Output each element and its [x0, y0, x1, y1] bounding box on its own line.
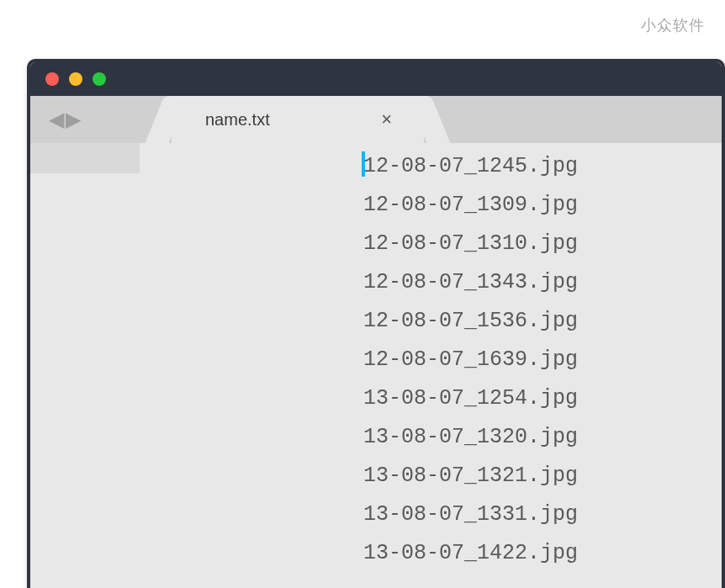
line-text: 12-08-07_1639.jpg: [363, 347, 578, 372]
text-line[interactable]: 12-08-07_1343.jpg: [140, 262, 722, 301]
text-line[interactable]: 12-08-07_1245.jpg: [140, 146, 722, 185]
line-text: 13-08-07_1320.jpg: [363, 425, 578, 449]
text-line[interactable]: 13-08-07_1320.jpg: [140, 417, 722, 456]
window-titlebar: [30, 62, 722, 96]
text-line[interactable]: 13-08-07_1331.jpg: [140, 495, 722, 533]
text-line[interactable]: 12-08-07_1309.jpg: [140, 185, 722, 224]
editor-content[interactable]: 12-08-07_1245.jpg 12-08-07_1309.jpg 12-0…: [140, 143, 722, 588]
line-text: 13-08-07_1422.jpg: [363, 541, 578, 565]
gutter-column: [30, 143, 140, 588]
watermark-text: 小众软件: [641, 15, 705, 35]
line-text: 13-08-07_1331.jpg: [363, 502, 578, 527]
window-minimize-button[interactable]: [69, 72, 82, 86]
editor-area[interactable]: 12-08-07_1245.jpg 12-08-07_1309.jpg 12-0…: [30, 143, 722, 588]
line-text: 13-08-07_1254.jpg: [363, 386, 578, 411]
tab-strip: ◀ ▶ name.txt ×: [30, 96, 722, 143]
text-line[interactable]: 13-08-07_1321.jpg: [140, 456, 722, 495]
close-icon[interactable]: ×: [374, 105, 399, 134]
tab-nav-arrows: ◀ ▶: [30, 96, 96, 143]
line-text: 12-08-07_1309.jpg: [363, 193, 578, 217]
line-text: 12-08-07_1245.jpg: [363, 154, 578, 178]
nav-back-icon[interactable]: ◀: [49, 109, 64, 130]
text-line[interactable]: 12-08-07_1639.jpg: [140, 340, 722, 379]
line-text: 13-08-07_1321.jpg: [363, 464, 578, 488]
nav-forward-icon[interactable]: ▶: [66, 109, 81, 130]
window-zoom-button[interactable]: [93, 72, 106, 86]
editor-window: ◀ ▶ name.txt × 12-08-07_1245.jpg 12-08-0…: [27, 59, 725, 588]
text-line[interactable]: 12-08-07_1536.jpg: [140, 301, 722, 340]
file-tab[interactable]: name.txt ×: [172, 96, 424, 143]
line-text: 12-08-07_1536.jpg: [363, 309, 578, 333]
text-line[interactable]: 13-08-07_1422.jpg: [140, 533, 722, 572]
text-cursor: [362, 151, 365, 177]
window-close-button[interactable]: [45, 72, 59, 86]
text-line[interactable]: 13-08-07_1254.jpg: [140, 379, 722, 417]
line-text: 12-08-07_1343.jpg: [363, 270, 578, 294]
line-text: 12-08-07_1310.jpg: [363, 231, 578, 256]
gutter-active-line: [30, 143, 140, 173]
file-tab-label: name.txt: [205, 110, 374, 130]
text-line[interactable]: 12-08-07_1310.jpg: [140, 224, 722, 262]
